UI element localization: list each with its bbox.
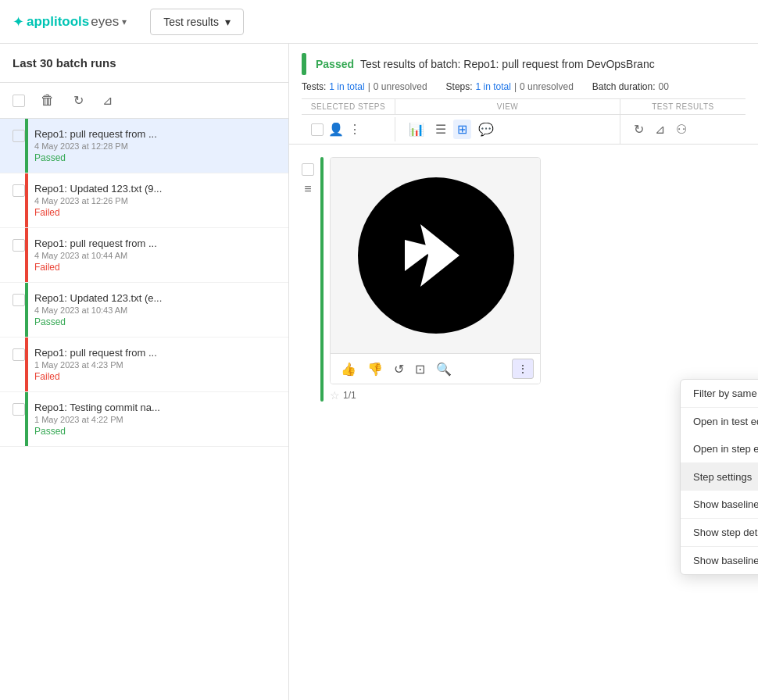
refresh-icon[interactable]: ↻	[70, 90, 87, 111]
thumbs-up-icon[interactable]: 👍	[337, 359, 360, 379]
item-name-2: Repo1: pull request from ...	[34, 238, 276, 249]
step-checkbox[interactable]	[302, 163, 314, 176]
star-icon[interactable]: ☆	[330, 389, 340, 402]
passed-indicator	[302, 53, 306, 75]
context-menu: Filter by same ▶ Open in test editor Ope…	[680, 379, 758, 575]
item-name-4: Repo1: pull request from ...	[34, 347, 276, 359]
more-button[interactable]: ⋮	[512, 359, 534, 379]
tests-separator: |	[368, 81, 370, 92]
tests-count[interactable]: 1 in total	[329, 81, 364, 92]
steps-unresolved: 0 unresolved	[520, 81, 574, 92]
item-status-3: Passed	[34, 316, 276, 327]
steps-count[interactable]: 1 in total	[476, 81, 511, 92]
steps-separator: |	[514, 81, 517, 92]
item-date-0: 4 May 2023 at 12:28 PM	[34, 141, 276, 151]
at-symbol-icon: ✦	[13, 13, 24, 30]
filter-results-icon[interactable]: ⊿	[651, 120, 669, 139]
batch-title-row: Passed Test results of batch: Repo1: pul…	[302, 53, 745, 75]
selected-steps-label: SELECTED STEPS	[302, 99, 395, 114]
menu-item-step-details[interactable]: Show step details	[681, 519, 758, 546]
toolbar-icons-row: 👤 ⋮ 📊 ☰ ⊞ 💬 ↻ ⊿ ⚇	[302, 114, 745, 144]
test-results-dropdown[interactable]: Test results ▾	[150, 9, 244, 35]
chat-view-icon[interactable]: 💬	[474, 120, 498, 139]
item-content-4: Repo1: pull request from ... 1 May 2023 …	[34, 347, 276, 382]
sidebar: Last 30 batch runs 🗑 ↻ ⊿ Repo1: pull req…	[0, 44, 289, 700]
item-date-1: 4 May 2023 at 12:26 PM	[34, 196, 276, 205]
status-indicator-5	[25, 392, 28, 446]
fullscreen-icon[interactable]: ⊡	[411, 359, 429, 379]
item-content-2: Repo1: pull request from ... 4 May 2023 …	[34, 238, 276, 273]
item-checkbox-3[interactable]	[13, 294, 25, 306]
grid-view-icon[interactable]: ⊞	[453, 120, 471, 139]
thumbs-down-icon[interactable]: 👎	[363, 359, 387, 379]
step-settings-label: Step settings	[693, 471, 752, 483]
applitools-arrow-svg	[389, 209, 483, 302]
show-baseline-label: Show baseline	[693, 498, 758, 510]
list-item[interactable]: Repo1: Updated 123.txt (9... 4 May 2023 …	[0, 173, 288, 228]
menu-item-test-editor[interactable]: Open in test editor	[681, 408, 758, 435]
selected-steps-group: 👤 ⋮	[302, 117, 395, 141]
item-content-1: Repo1: Updated 123.txt (9... 4 May 2023 …	[34, 183, 276, 218]
list-item[interactable]: Repo1: pull request from ... 1 May 2023 …	[0, 338, 288, 392]
batch-list: Repo1: pull request from ... 4 May 2023 …	[0, 119, 288, 700]
screenshot-container: 👍 👎 ↺ ⊡ 🔍 ⋮	[330, 157, 541, 384]
content-area: ≡	[289, 145, 758, 700]
bar-chart-icon[interactable]: 📊	[405, 120, 428, 139]
status-indicator-4	[25, 338, 28, 391]
item-status-1: Failed	[34, 207, 276, 218]
test-results-label: TEST RESULTS	[620, 99, 745, 114]
select-all-checkbox[interactable]	[13, 95, 25, 107]
svg-marker-0	[420, 224, 459, 287]
more-options-icon[interactable]: ⋮	[349, 122, 361, 137]
item-date-2: 4 May 2023 at 10:44 AM	[34, 251, 276, 260]
page-number: 1/1	[343, 390, 356, 401]
menu-item-step-editor[interactable]: Open in step editor	[681, 435, 758, 462]
view-label: VIEW	[395, 99, 620, 114]
sidebar-header: Last 30 batch runs	[0, 44, 288, 83]
item-status-0: Passed	[34, 152, 276, 163]
item-date-5: 1 May 2023 at 4:22 PM	[34, 415, 276, 424]
list-item[interactable]: Repo1: pull request from ... 4 May 2023 …	[0, 119, 288, 173]
logo-eyes: eyes	[91, 14, 119, 30]
status-indicator-3	[25, 283, 28, 337]
status-indicator-0	[25, 119, 28, 173]
view-group: 📊 ☰ ⊞ 💬	[395, 115, 620, 144]
item-checkbox-4[interactable]	[13, 348, 25, 361]
add-user-icon[interactable]: 👤	[328, 122, 344, 137]
delete-icon[interactable]: 🗑	[38, 89, 58, 112]
menu-item-filter[interactable]: Filter by same ▶	[681, 380, 758, 407]
screenshot-image[interactable]	[331, 158, 541, 353]
item-checkbox-0[interactable]	[13, 130, 25, 142]
menu-item-baseline-history[interactable]: Show baseline history	[681, 547, 758, 574]
item-date-4: 1 May 2023 at 4:23 PM	[34, 360, 276, 370]
filter-icon[interactable]: ⊿	[99, 90, 116, 111]
more-dots-icon: ⋮	[517, 362, 528, 375]
step-controls: ≡	[302, 157, 314, 196]
rotate-icon[interactable]: ↺	[390, 359, 408, 379]
list-item[interactable]: Repo1: Testing commit na... 1 May 2023 a…	[0, 392, 288, 447]
dropdown-chevron-icon: ▾	[225, 16, 231, 28]
refresh-results-icon[interactable]: ↻	[630, 120, 648, 139]
item-checkbox-5[interactable]	[13, 403, 25, 416]
main-layout: Last 30 batch runs 🗑 ↻ ⊿ Repo1: pull req…	[0, 44, 758, 700]
item-status-4: Failed	[34, 371, 276, 382]
item-name-0: Repo1: pull request from ...	[34, 128, 276, 140]
step-checkbox[interactable]	[311, 123, 324, 136]
list-view-icon[interactable]: ☰	[431, 120, 450, 139]
list-item[interactable]: Repo1: Updated 123.txt (e... 4 May 2023 …	[0, 283, 288, 338]
item-status-5: Passed	[34, 426, 276, 437]
steps-label: Steps:	[446, 81, 473, 92]
step-area: ≡	[302, 157, 745, 402]
toolbar-labels-row: SELECTED STEPS VIEW TEST RESULTS	[302, 98, 745, 114]
step-menu-icon[interactable]: ≡	[304, 182, 311, 196]
filter-by-same-label: Filter by same	[693, 388, 757, 399]
list-item[interactable]: Repo1: pull request from ... 4 May 2023 …	[0, 228, 288, 283]
zoom-in-icon[interactable]: 🔍	[432, 359, 456, 379]
screenshot-wrapper: 👍 👎 ↺ ⊡ 🔍 ⋮ ☆ 1/1	[330, 157, 541, 402]
menu-item-show-baseline[interactable]: Show baseline	[681, 491, 758, 518]
share-icon[interactable]: ⚇	[672, 120, 691, 139]
menu-item-step-settings[interactable]: Step settings	[681, 463, 758, 491]
logo-chevron[interactable]: ▾	[122, 16, 127, 27]
item-checkbox-1[interactable]	[13, 184, 25, 197]
item-checkbox-2[interactable]	[13, 239, 25, 252]
